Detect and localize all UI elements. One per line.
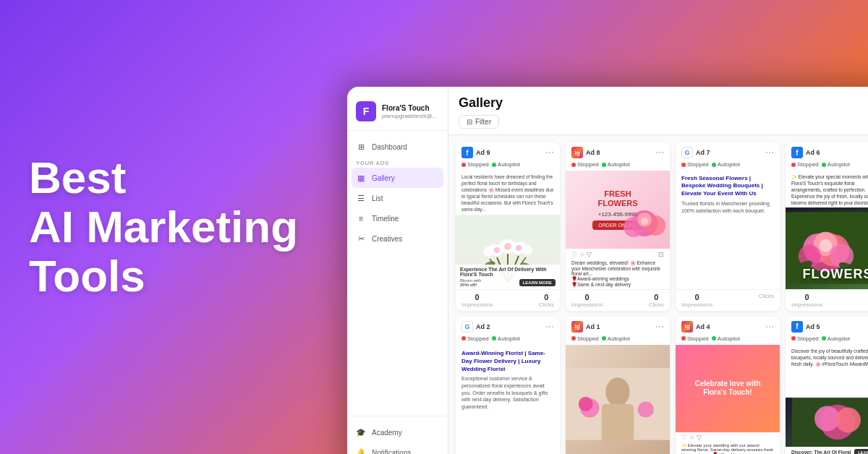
ad9-menu[interactable]: ⋯	[545, 147, 554, 158]
ad8-header: Ig Ad 8 ⋯	[566, 142, 670, 161]
brand-info: Flora'S Touch planupgradetests@...	[382, 104, 437, 119]
ad6-platform: f Ad 6	[791, 147, 820, 158]
heart-icon-ad4[interactable]: ♡	[681, 434, 687, 441]
ad9-stats: 0 Impressions 0 Clicks	[456, 289, 560, 311]
ad6-visual: FLOWERS	[786, 207, 868, 288]
ad-card-7: G Ad 7 ⋯ Stopped Autopilot	[676, 142, 780, 311]
filter-button[interactable]: ⊟ Filter	[459, 115, 499, 129]
google-icon: G	[681, 147, 693, 158]
ad-card-discover: f Ad 5 ⋯ Stopped Autopilot Discover th	[786, 317, 868, 455]
ad2-stopped: Stopped	[461, 335, 489, 342]
ad9-cta-row: Bloom with20% off! LEARN MORE	[460, 278, 556, 287]
ad7-num: Ad 7	[696, 149, 710, 156]
ad8-menu[interactable]: ⋯	[655, 147, 664, 158]
sidebar-item-academy[interactable]: 🎓 Academy	[347, 422, 448, 442]
heart-icon[interactable]: ♡	[571, 251, 577, 258]
hero-heading: Best AI Marketing Tools	[29, 153, 298, 301]
ad6-image: FLOWERS	[786, 207, 868, 288]
comment-icon-ad4[interactable]: ○	[690, 434, 694, 441]
ad4-status: Stopped Autopilot	[676, 335, 780, 345]
ad1-autopilot: Autopilot	[602, 335, 630, 342]
sidebar-label-dashboard: Dashboard	[372, 143, 407, 151]
ad4-header: Ig Ad 4 ⋯	[676, 317, 780, 335]
ad1-header: Ig Ad 1 ⋯	[566, 317, 670, 335]
ad6-autopilot: Autopilot	[822, 161, 850, 168]
ad4-menu[interactable]: ⋯	[765, 322, 774, 332]
ad4-stopped: Stopped	[681, 335, 709, 342]
svg-point-11	[483, 247, 493, 257]
ad1-status: Stopped Autopilot	[566, 335, 670, 345]
ad7-autopilot: Autopilot	[712, 161, 740, 168]
facebook-icon-ad6: f	[791, 147, 803, 158]
ad7-impressions: 0 Impressions	[681, 293, 712, 308]
autopilot-dot	[492, 163, 496, 167]
svg-point-22	[641, 218, 648, 225]
notifications-icon: 🔔	[356, 447, 366, 454]
ad4-autopilot: Autopilot	[712, 335, 740, 342]
ad7-stopped: Stopped	[681, 161, 709, 168]
sidebar-item-gallery[interactable]: ▦ Gallery	[352, 168, 443, 188]
main-content: Gallery ⊟ Filter f Ad 9 ⋯	[448, 87, 868, 454]
ad9-impressions: 0 Impressions	[461, 293, 493, 308]
ad6-impressions: 0 Impressions	[791, 293, 822, 308]
google-icon-ad2: G	[461, 321, 473, 333]
share-icon-ad4[interactable]: ▽	[697, 434, 702, 441]
filter-bar: ⊟ Filter	[459, 115, 868, 129]
ad-discover-autopilot: Autopilot	[822, 335, 850, 342]
ad8-autopilot: Autopilot	[602, 161, 630, 168]
svg-point-14	[504, 243, 511, 250]
ad9-num: Ad 9	[476, 149, 490, 156]
instagram-icon-ad1: Ig	[571, 321, 583, 333]
ad7-desc: Trusted florists in Manchester providing…	[681, 200, 774, 215]
ad7-clicks: Clicks	[759, 293, 774, 308]
flowers-text: FLOWERS	[786, 267, 868, 282]
sidebar-item-creatives[interactable]: ✂ Creatives	[347, 228, 448, 249]
creatives-icon: ✂	[356, 234, 366, 244]
ad2-autopilot: Autopilot	[492, 335, 520, 342]
ad6-text: ✨ Elevate your special moments with Flor…	[786, 171, 868, 207]
ad-card-9: f Ad 9 ⋯ Stopped Autopilot Local resid	[456, 142, 560, 311]
ad1-menu[interactable]: ⋯	[655, 322, 664, 332]
ad8-clicks: 0 Clicks	[649, 293, 664, 308]
brand-sub: planupgradetests@...	[382, 113, 437, 119]
ad4-num: Ad 4	[696, 323, 710, 330]
sidebar-item-notifications[interactable]: 🔔 Notifications	[347, 442, 448, 454]
sidebar-item-dashboard[interactable]: ⊞ Dashboard	[347, 137, 448, 157]
svg-point-37	[579, 396, 593, 411]
svg-point-12	[522, 245, 532, 255]
ad1-stopped: Stopped	[571, 335, 599, 342]
ad9-platform: f Ad 9	[461, 147, 490, 158]
ad-card-4: Ig Ad 4 ⋯ Stopped Autopilot	[676, 317, 780, 455]
share-icon[interactable]: ▽	[587, 251, 592, 258]
ad9-learn-btn[interactable]: LEARN MORE	[519, 279, 556, 286]
svg-point-42	[835, 408, 861, 433]
page-title: Gallery	[459, 95, 868, 111]
ad-discover-num: Ad 5	[806, 323, 820, 330]
sidebar-label-gallery: Gallery	[372, 174, 395, 182]
ad-discover-learn-btn[interactable]: LEARN MORE	[854, 449, 868, 454]
ad9-header: f Ad 9 ⋯	[456, 142, 560, 161]
stopped-dot	[461, 163, 466, 167]
ad-discover-platform: f Ad 5	[791, 321, 820, 333]
sidebar-item-timeline[interactable]: ≡ Timeline	[347, 208, 448, 228]
ad7-menu[interactable]: ⋯	[765, 147, 774, 158]
brand-name: Flora'S Touch	[382, 104, 437, 113]
bookmark-icon[interactable]: ⊡	[658, 251, 664, 258]
facebook-icon-discover: f	[791, 321, 803, 333]
ad1-image	[566, 345, 670, 455]
sidebar-item-list[interactable]: ☰ List	[347, 188, 448, 208]
sidebar-brand[interactable]: F Flora'S Touch planupgradetests@...	[347, 95, 448, 131]
sidebar-label-creatives: Creatives	[372, 235, 402, 243]
svg-rect-35	[602, 403, 634, 443]
ad1-visual	[566, 345, 670, 455]
ad8-image: FRESHFLOWERS +123-456-9990 ORDER ONLINE	[566, 171, 670, 249]
instagram-icon: Ig	[571, 147, 583, 158]
ad-discover-cta-text: Discover: The Art Of Floral Elegance	[791, 450, 854, 454]
comment-icon[interactable]: ○	[580, 251, 584, 258]
sidebar-section-label: YOUR ADS	[347, 157, 448, 168]
ad1-svg	[566, 345, 670, 455]
ad-discover-image	[786, 398, 868, 447]
ad2-menu[interactable]: ⋯	[545, 322, 554, 332]
svg-point-34	[605, 377, 629, 406]
list-icon: ☰	[356, 193, 366, 203]
